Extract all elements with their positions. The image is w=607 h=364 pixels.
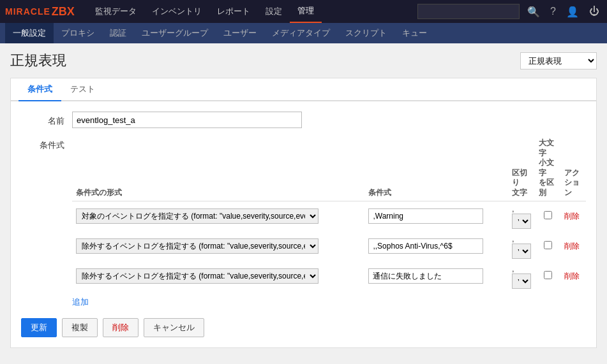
- tab-test[interactable]: テスト: [61, 78, 104, 101]
- row1-action-cell: 削除: [560, 201, 586, 231]
- top-navigation: 監視データ インベントリ レポート 設定 管理: [87, 0, 417, 23]
- row1-delimiter-comma: ,: [512, 204, 514, 214]
- row1-checkbox[interactable]: [544, 211, 552, 219]
- table-row: 除外するイベントログを指定する (format: "value,severity…: [72, 261, 586, 291]
- row1-checkbox-cell: [535, 201, 560, 231]
- nav-inventory[interactable]: インベントリ: [144, 0, 209, 23]
- cancel-button[interactable]: キャンセル: [144, 318, 204, 337]
- col-condition: 条件式: [364, 136, 508, 201]
- help-icon[interactable]: ?: [548, 6, 558, 17]
- table-row: 対象のイベントログを指定する (format: "value,severity,…: [72, 201, 586, 231]
- search-icon[interactable]: 🔍: [525, 6, 543, 18]
- delete-button[interactable]: 削除: [103, 318, 139, 337]
- top-right-actions: 🔍 ? 👤 ⏻: [417, 4, 602, 19]
- row1-condition-cell: [364, 201, 508, 231]
- tab-conditions[interactable]: 条件式: [19, 78, 61, 101]
- tabs: 条件式 テスト: [11, 78, 596, 101]
- row1-delimiter-select[interactable]: ▼: [512, 214, 531, 229]
- sub-navigation: 一般設定 プロキシ 認証 ユーザーグループ ユーザー メディアタイプ スクリプト…: [0, 23, 607, 43]
- row3-delimiter-select[interactable]: ▼: [512, 273, 531, 289]
- condition-label: 条件式: [21, 136, 72, 151]
- row3-delete-link[interactable]: 削除: [564, 272, 580, 280]
- row1-delete-link[interactable]: 削除: [564, 212, 580, 221]
- name-input[interactable]: [72, 112, 302, 128]
- logo: MIRACLE ZBX: [5, 5, 75, 18]
- subnav-proxy[interactable]: プロキシ: [54, 23, 102, 43]
- page-type-select[interactable]: 正規表現: [520, 52, 597, 69]
- row3-format-select[interactable]: 除外するイベントログを指定する (format: "value,severity…: [76, 268, 318, 284]
- row2-delimiter-select[interactable]: ▼: [512, 244, 531, 259]
- row3-condition-input[interactable]: [368, 268, 483, 284]
- row3-format-cell: 除外するイベントログを指定する (format: "value,severity…: [72, 261, 364, 291]
- condition-row: 条件式 条件式の形式 条件式 区切り文字 大文字小文字を区別 アクション: [21, 136, 586, 308]
- name-row: 名前: [21, 112, 586, 128]
- row1-delimiter-cell: , ▼: [508, 201, 535, 231]
- table-row: 除外するイベントログを指定する (format: "value,severity…: [72, 231, 586, 261]
- condition-table: 条件式の形式 条件式 区切り文字 大文字小文字を区別 アクション: [72, 136, 586, 291]
- update-button[interactable]: 更新: [21, 318, 57, 337]
- action-buttons: 更新 複製 削除 キャンセル: [21, 318, 586, 337]
- row2-checkbox[interactable]: [544, 241, 552, 249]
- row3-checkbox[interactable]: [544, 271, 552, 279]
- top-bar: MIRACLE ZBX 監視データ インベントリ レポート 設定 管理 🔍 ? …: [0, 0, 607, 23]
- row3-delimiter-cell: , ▼: [508, 261, 535, 291]
- row3-condition-cell: [364, 261, 508, 291]
- subnav-queue[interactable]: キュー: [394, 23, 435, 43]
- row1-condition-input[interactable]: [368, 208, 483, 224]
- add-condition-link[interactable]: 追加: [72, 296, 89, 308]
- logo-zbx: ZBX: [52, 5, 75, 18]
- search-input[interactable]: [417, 4, 520, 19]
- row2-delete-link[interactable]: 削除: [564, 242, 580, 251]
- condition-field: 条件式の形式 条件式 区切り文字 大文字小文字を区別 アクション: [72, 136, 586, 308]
- row2-delimiter-comma: ,: [512, 234, 514, 244]
- col-case: 大文字小文字を区別: [535, 136, 560, 201]
- row2-condition-cell: [364, 231, 508, 261]
- user-icon[interactable]: 👤: [564, 6, 581, 18]
- row2-action-cell: 削除: [560, 231, 586, 261]
- row3-delimiter-comma: ,: [512, 264, 514, 273]
- tab-content: 名前 条件式 条件式の形式 条件式 区切り文字 大文字小文: [11, 101, 596, 347]
- power-icon[interactable]: ⏻: [587, 6, 602, 17]
- page-dropdown[interactable]: 正規表現: [520, 52, 597, 69]
- row3-checkbox-cell: [535, 261, 560, 291]
- row2-delimiter-cell: , ▼: [508, 231, 535, 261]
- col-format: 条件式の形式: [72, 136, 364, 201]
- nav-monitoring[interactable]: 監視データ: [87, 0, 144, 23]
- row3-action-cell: 削除: [560, 261, 586, 291]
- subnav-mediatypes[interactable]: メディアタイプ: [264, 23, 338, 43]
- col-delimiter: 区切り文字: [508, 136, 535, 201]
- subnav-auth[interactable]: 認証: [102, 23, 134, 43]
- nav-reports[interactable]: レポート: [209, 0, 258, 23]
- row2-format-cell: 除外するイベントログを指定する (format: "value,severity…: [72, 231, 364, 261]
- row2-format-select[interactable]: 除外するイベントログを指定する (format: "value,severity…: [76, 238, 318, 254]
- row2-condition-input[interactable]: [368, 238, 483, 254]
- name-label: 名前: [21, 112, 72, 127]
- page-header: 正規表現 正規表現: [10, 51, 597, 70]
- nav-settings[interactable]: 設定: [258, 0, 290, 23]
- subnav-scripts[interactable]: スクリプト: [338, 23, 394, 43]
- subnav-general[interactable]: 一般設定: [5, 23, 54, 43]
- row1-format-select[interactable]: 対象のイベントログを指定する (format: "value,severity,…: [76, 208, 318, 224]
- name-field: [72, 112, 586, 128]
- duplicate-button[interactable]: 複製: [62, 318, 98, 337]
- col-action: アクション: [560, 136, 586, 201]
- nav-admin[interactable]: 管理: [290, 0, 322, 23]
- subnav-users[interactable]: ユーザー: [216, 23, 264, 43]
- subnav-usergroups[interactable]: ユーザーグループ: [134, 23, 216, 43]
- row2-checkbox-cell: [535, 231, 560, 261]
- main-content: 正規表現 正規表現 条件式 テスト 名前 条件式: [0, 43, 607, 356]
- main-card: 条件式 テスト 名前 条件式 条件式の形式: [10, 78, 597, 348]
- logo-miracle: MIRACLE: [5, 6, 50, 17]
- row1-format-cell: 対象のイベントログを指定する (format: "value,severity,…: [72, 201, 364, 231]
- page-title: 正規表現: [10, 51, 66, 70]
